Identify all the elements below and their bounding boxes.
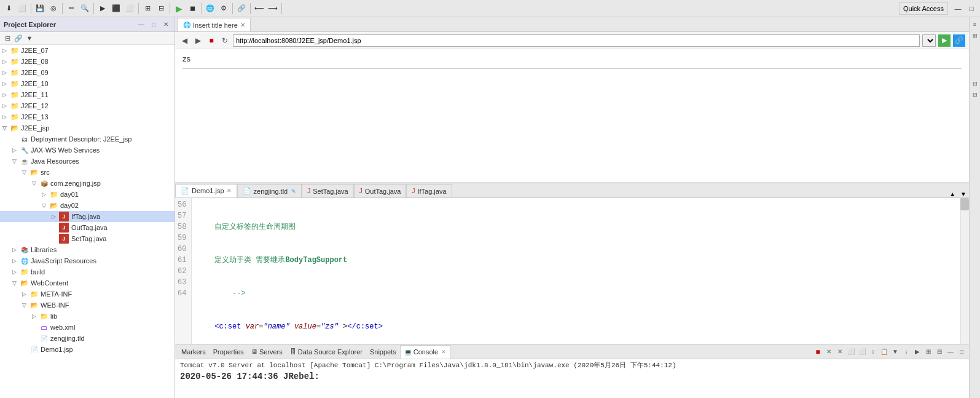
console-maximize-btn[interactable]: □ bbox=[957, 347, 966, 357]
right-edge-btn-1[interactable]: ≡ bbox=[970, 20, 980, 30]
sidebar-collapse-all-btn[interactable]: ⊟ bbox=[2, 33, 12, 43]
console-tab-markers[interactable]: Markers bbox=[178, 345, 210, 359]
console-btn-4[interactable]: ⬜ bbox=[846, 347, 856, 357]
sidebar-menu-btn[interactable]: ▼ bbox=[25, 33, 34, 43]
tree-item-js-resources[interactable]: ▷ 🌐 JavaScript Resources bbox=[0, 255, 174, 266]
tree-item-jax-ws[interactable]: ▷ 🔧 JAX-WS Web Services bbox=[0, 145, 174, 156]
browser-back-btn[interactable]: ◀ bbox=[179, 35, 190, 46]
sidebar-maximize-btn[interactable]: □ bbox=[149, 20, 159, 30]
console-tab-console[interactable]: 💻 Console ✕ bbox=[400, 345, 450, 359]
tree-item-meta-inf[interactable]: ▷ 📁 META-INF bbox=[0, 289, 174, 300]
tree-item-outtag-java[interactable]: J OutTag.java bbox=[0, 222, 174, 233]
tree-item-java-resources[interactable]: ▽ ☕ Java Resources bbox=[0, 156, 174, 167]
toolbar-btn-save[interactable]: 💾 bbox=[34, 2, 46, 15]
tree-item-com-zengjing[interactable]: ▽ 📦 com.zengjing.jsp bbox=[0, 178, 174, 189]
console-tab-servers[interactable]: 🖥 Servers bbox=[248, 345, 286, 359]
toolbar-btn-2[interactable]: ⬜ bbox=[16, 2, 28, 15]
browser-url-dropdown[interactable] bbox=[922, 34, 936, 47]
toolbar-btn-5[interactable]: 🔍 bbox=[79, 2, 91, 15]
quick-access-button[interactable]: Quick Access bbox=[899, 2, 948, 15]
editor-tab-demo1-jsp[interactable]: 📄 Demo1.jsp ✕ bbox=[175, 184, 237, 197]
toolbar-btn-11[interactable]: ◼ bbox=[186, 2, 198, 15]
console-tab-properties[interactable]: Properties bbox=[210, 345, 248, 359]
browser-forward-btn[interactable]: ▶ bbox=[192, 35, 203, 46]
toolbar-btn-3[interactable]: ◎ bbox=[47, 2, 60, 15]
console-tab-close[interactable]: ✕ bbox=[441, 349, 446, 355]
tree-item-J2EE_09[interactable]: ▷ 📁 J2EE_09 bbox=[0, 67, 174, 78]
toolbar-btn-9[interactable]: ⊞ bbox=[141, 2, 154, 15]
toolbar-btn-minimize[interactable]: — bbox=[952, 2, 964, 15]
browser-url-bar[interactable] bbox=[233, 34, 920, 47]
toolbar-btn-15[interactable]: ⟵ bbox=[253, 2, 265, 15]
browser-open-external-btn[interactable]: 🔗 bbox=[953, 34, 965, 47]
console-tab-snippets[interactable]: Snippets bbox=[366, 345, 400, 359]
tree-item-J2EE_07[interactable]: ▷ 📁 J2EE_07 bbox=[0, 45, 174, 56]
editor-tab-iftag-java[interactable]: J IfTag.java bbox=[406, 184, 452, 197]
tree-item-libraries[interactable]: ▷ 📚 Libraries bbox=[0, 244, 174, 255]
console-stop-btn[interactable]: ■ bbox=[813, 347, 823, 357]
editor-tab-scroll-down[interactable]: ▼ bbox=[958, 191, 969, 197]
tree-item-iftag-java[interactable]: ▷ J IfTag.java bbox=[0, 211, 174, 222]
toolbar-btn-7[interactable]: ⬛ bbox=[110, 2, 122, 15]
tree-item-lib[interactable]: ▷ 📁 lib bbox=[0, 311, 174, 322]
tree-item-J2EE_jsp[interactable]: ▽ 📂 J2EE_jsp bbox=[0, 122, 174, 133]
sidebar-minimize-btn[interactable]: — bbox=[136, 20, 146, 30]
tree-item-web-xml[interactable]: 🗃 web.xml bbox=[0, 322, 174, 333]
browser-tab-insert-title[interactable]: 🌐 Insert title here ✕ bbox=[178, 18, 251, 31]
console-btn-2[interactable]: ✕ bbox=[824, 347, 834, 357]
toolbar-btn-4[interactable]: ✏ bbox=[65, 2, 77, 15]
toolbar-btn-12[interactable]: 🌐 bbox=[204, 2, 216, 15]
tree-item-J2EE_11[interactable]: ▷ 📁 J2EE_11 bbox=[0, 89, 174, 100]
console-btn-7[interactable]: 📋 bbox=[879, 347, 889, 357]
toolbar-btn-13[interactable]: ⚙ bbox=[218, 2, 230, 15]
console-btn-8[interactable]: ▼ bbox=[890, 347, 900, 357]
right-edge-btn-2[interactable]: ⊞ bbox=[970, 31, 980, 41]
tree-item-settag-java[interactable]: J SetTag.java bbox=[0, 233, 174, 244]
toolbar-btn-14[interactable]: 🔗 bbox=[235, 2, 248, 15]
editor-tab-scroll-up[interactable]: ▲ bbox=[947, 191, 958, 197]
tree-item-zengjing-tld[interactable]: 📄 zengjing.tld bbox=[0, 333, 174, 344]
toolbar-btn-8[interactable]: ⬜ bbox=[123, 2, 136, 15]
console-btn-11[interactable]: ⊞ bbox=[923, 347, 933, 357]
console-minimize-btn[interactable]: — bbox=[946, 347, 955, 357]
console-tab-datasource[interactable]: 🗄 Data Source Explorer bbox=[286, 345, 366, 359]
tree-item-build[interactable]: ▷ 📁 build bbox=[0, 266, 174, 277]
tree-item-J2EE_13[interactable]: ▷ 📁 J2EE_13 bbox=[0, 111, 174, 122]
right-edge-btn-4[interactable]: ⊟ bbox=[970, 90, 980, 100]
console-btn-5[interactable]: ⬜ bbox=[857, 347, 867, 357]
tree-item-day02[interactable]: ▽ 📂 day02 bbox=[0, 200, 174, 211]
console-btn-10[interactable]: ▶ bbox=[912, 347, 922, 357]
toolbar-btn-1[interactable]: ⬇ bbox=[2, 2, 15, 15]
tree-item-deployment-descriptor[interactable]: 🗂 Deployment Descriptor: J2EE_jsp bbox=[0, 133, 174, 145]
editor-tab-demo1-close[interactable]: ✕ bbox=[227, 188, 232, 194]
console-btn-3[interactable]: ✕ bbox=[835, 347, 845, 357]
tree-item-J2EE_10[interactable]: ▷ 📁 J2EE_10 bbox=[0, 78, 174, 89]
toolbar-btn-run[interactable]: ▶ bbox=[173, 2, 185, 15]
code-text[interactable]: 自定义标签的生命周期图 定义助手类 需要继承BodyTagSupport -->… bbox=[192, 198, 960, 344]
tree-item-demo1-jsp[interactable]: 📄 Demo1.jsp bbox=[0, 344, 174, 355]
editor-tab-outtag-java[interactable]: J OutTag.java bbox=[354, 184, 407, 197]
editor-tab-zengjing-tld[interactable]: 📄 zengjing.tld ✎ bbox=[237, 184, 302, 197]
console-btn-6[interactable]: ↕ bbox=[868, 347, 878, 357]
right-edge-btn-3[interactable]: ⊟ bbox=[970, 79, 980, 89]
browser-tab-close-btn[interactable]: ✕ bbox=[240, 22, 245, 28]
toolbar-btn-6[interactable]: ▶ bbox=[96, 2, 109, 15]
sidebar-link-editor-btn[interactable]: 🔗 bbox=[14, 33, 23, 43]
sidebar-close-btn[interactable]: ✕ bbox=[161, 20, 171, 30]
editor-tab-settag-java[interactable]: J SetTag.java bbox=[302, 184, 353, 197]
browser-stop-btn[interactable]: ■ bbox=[206, 35, 217, 46]
tree-item-src[interactable]: ▽ 📂 src bbox=[0, 167, 174, 178]
tree-item-J2EE_08[interactable]: ▷ 📁 J2EE_08 bbox=[0, 56, 174, 67]
toolbar-btn-16[interactable]: ⟶ bbox=[267, 2, 279, 15]
tree-item-J2EE_12[interactable]: ▷ 📁 J2EE_12 bbox=[0, 100, 174, 111]
console-btn-9[interactable]: ↓ bbox=[901, 347, 911, 357]
editor-code-area: 56 57 58 59 60 61 62 63 64 自定义标签的生命周期图 定… bbox=[175, 198, 969, 344]
console-btn-12[interactable]: ⊟ bbox=[935, 347, 944, 357]
editor-scrollbar[interactable]: ▼ bbox=[960, 198, 969, 344]
toolbar-btn-maximize[interactable]: □ bbox=[965, 2, 978, 15]
browser-go-btn[interactable]: ▶ bbox=[938, 34, 951, 47]
tree-item-web-inf[interactable]: ▽ 📂 WEB-INF bbox=[0, 300, 174, 311]
toolbar-btn-10[interactable]: ⊟ bbox=[155, 2, 167, 15]
tree-item-webcontent[interactable]: ▽ 📂 WebContent bbox=[0, 277, 174, 289]
tree-item-day01[interactable]: ▷ 📁 day01 bbox=[0, 189, 174, 200]
